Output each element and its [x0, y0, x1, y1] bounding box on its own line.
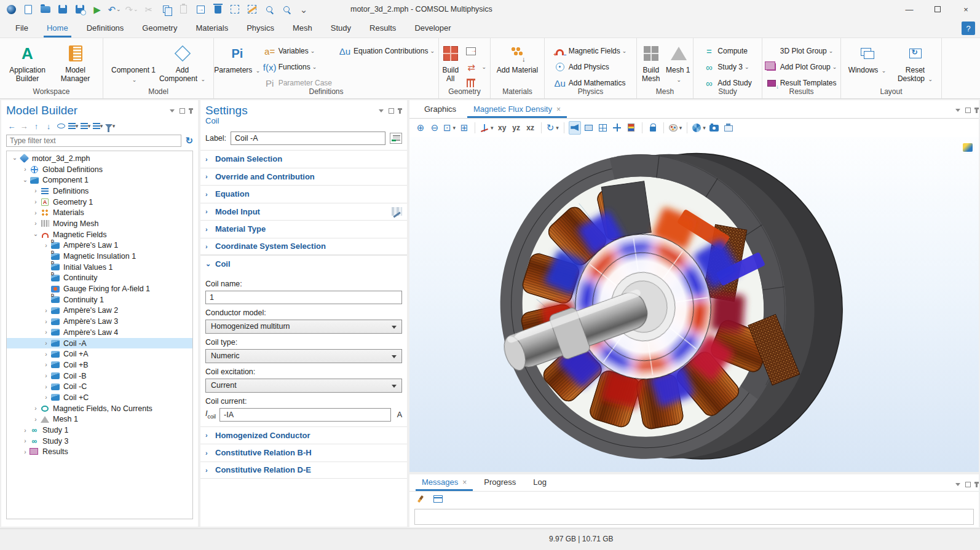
zoom-box-icon-button[interactable]: ⊡▾	[443, 121, 456, 135]
filter-icon-button[interactable]: ▾	[105, 120, 116, 132]
coil-current-input[interactable]	[219, 408, 391, 422]
tree-item-study-3[interactable]: ›∞Study 3	[7, 436, 192, 447]
tree-toggle-icon[interactable]: ⌄	[31, 230, 40, 237]
ribbon-button-insert-sequence-icon[interactable]	[462, 43, 490, 59]
pin-icon[interactable]	[190, 108, 192, 114]
tree-item-amp-re-s-law-3[interactable]: ›Ampère's Law 3	[7, 316, 192, 327]
environment-icon-button[interactable]: ▾	[692, 121, 706, 135]
panel-menu-chevron-icon[interactable]	[955, 483, 960, 486]
section-domain-selection[interactable]: ›Domain Selection	[200, 150, 407, 168]
ribbon-button-add-material[interactable]: Add Material	[494, 42, 542, 74]
ribbon-button-add-physics[interactable]: Add Physics	[551, 59, 631, 75]
tree-toggle-icon[interactable]: ›	[42, 351, 50, 358]
run-icon-button[interactable]: ▶	[90, 2, 105, 17]
tree-item-definitions[interactable]: ›Definitions	[7, 186, 192, 197]
find-icon-button[interactable]	[262, 2, 277, 17]
menu-tab-results[interactable]: Results	[360, 18, 405, 37]
tree-toggle-icon[interactable]: ›	[42, 318, 50, 325]
lock-view-icon-button[interactable]	[647, 121, 659, 135]
tree-toggle-icon[interactable]: ›	[21, 438, 30, 444]
tree-toggle-icon[interactable]: ›	[31, 405, 40, 412]
undo-icon-button[interactable]: ↶⌄	[107, 2, 122, 17]
ribbon-button-variables[interactable]: a=Variables⌄	[261, 43, 336, 59]
ribbon-button-equation-contributions[interactable]: ΔuEquation Contributions⌄	[336, 43, 438, 59]
tree-toggle-icon[interactable]: ›	[21, 449, 30, 455]
ribbon-button-study-3[interactable]: ∞Study 3⌄	[700, 59, 755, 75]
tree-item-results[interactable]: ›Results	[7, 447, 192, 458]
menu-tab-file[interactable]: File	[6, 18, 38, 37]
close-icon[interactable]: ×	[462, 478, 467, 487]
conductor-model-select[interactable]: Homogenized multiturn	[205, 320, 402, 334]
float-icon[interactable]	[180, 108, 185, 114]
coil-type-select[interactable]: Numeric	[205, 349, 402, 363]
ribbon-button-add-plot-group[interactable]: Add Plot Group⌄	[762, 59, 841, 75]
open-icon-button[interactable]	[38, 2, 53, 17]
view-xy-icon-button[interactable]: xy	[496, 121, 508, 135]
label-input[interactable]	[231, 132, 385, 145]
minimize-button[interactable]: —	[895, 0, 923, 18]
refresh-icon[interactable]: ↻	[185, 135, 193, 146]
tree-item-continuity[interactable]: Continuity	[7, 273, 192, 284]
tree-item-moving-mesh[interactable]: ›Moving Mesh	[7, 218, 192, 229]
collapse-icon-button[interactable]: ▾	[80, 120, 91, 132]
maximize-button[interactable]	[923, 0, 952, 18]
ribbon-button-3d-plot-group[interactable]: 3D Plot Group⌄	[762, 43, 841, 59]
tree-toggle-icon[interactable]: ›	[31, 416, 40, 423]
graphics-tab-magnetic-flux-density[interactable]: Magnetic Flux Density×	[465, 104, 569, 118]
go-to-view-icon-button[interactable]: ▾	[480, 121, 494, 135]
clear-selection-icon-button[interactable]	[245, 2, 259, 17]
save-icon-button[interactable]	[55, 2, 70, 17]
select-box-icon-button[interactable]	[227, 2, 242, 17]
menu-tab-physics[interactable]: Physics	[237, 18, 283, 37]
tree-item-magnetic-fields-no-currents[interactable]: ›Magnetic Fields, No Currents	[7, 403, 192, 414]
ribbon-button-model-manager[interactable]: Model Manager	[52, 42, 100, 83]
close-icon[interactable]: ×	[556, 105, 561, 114]
tree-item-coil-c[interactable]: ›Coil +C	[7, 392, 192, 403]
ribbon-button-build-mesh[interactable]: Build Mesh	[637, 42, 665, 83]
ribbon-button-functions[interactable]: f(x)Functions⌄	[261, 59, 336, 75]
tree-toggle-icon[interactable]: ›	[21, 427, 30, 434]
tree-item-mesh-1[interactable]: ›Mesh 1	[7, 414, 192, 425]
tree-filter-input[interactable]	[6, 135, 181, 147]
tree-toggle-icon[interactable]: ⌄	[21, 176, 30, 183]
node-sections-icon-button[interactable]: ▾	[92, 120, 103, 132]
tree-toggle-icon[interactable]: ›	[42, 242, 50, 249]
tree-item-coil-b[interactable]: ›Coil +B	[7, 359, 192, 371]
menu-tab-developer[interactable]: Developer	[405, 18, 460, 37]
tree-item-motor-3d-2-mph[interactable]: ⌄motor_3d_2.mph	[7, 153, 192, 164]
tree-toggle-icon[interactable]: ›	[31, 210, 40, 216]
tree-item-amp-re-s-law-4[interactable]: ›Ampère's Law 4	[7, 327, 192, 338]
tree-toggle-icon[interactable]: ›	[31, 187, 40, 194]
transparency-icon-button[interactable]	[583, 121, 595, 135]
help-button[interactable]: ?	[962, 22, 975, 35]
color-legend-icon-button[interactable]	[625, 121, 638, 135]
redo-icon-button[interactable]: ↷⌄	[124, 2, 139, 17]
tree-item-coil-b[interactable]: ›Coil -B	[7, 371, 192, 382]
table-message-icon-button[interactable]	[432, 492, 444, 506]
tree-toggle-icon[interactable]: ›	[42, 307, 50, 314]
ribbon-button-compute[interactable]: =Compute	[700, 43, 755, 59]
ribbon-button-application-builder[interactable]: AApplication Builder	[4, 42, 52, 83]
tree-toggle-icon[interactable]: ›	[31, 220, 40, 227]
float-icon[interactable]	[965, 108, 971, 113]
section-homogenized-conductor[interactable]: ›Homogenized Conductor	[200, 426, 407, 444]
view-xz-icon-button[interactable]: xz	[524, 121, 537, 135]
tree-toggle-icon[interactable]: ⌄	[10, 154, 19, 161]
section-model-input[interactable]: ›Model Input	[200, 203, 407, 221]
copy-icon-button[interactable]	[159, 2, 173, 17]
tree-toggle-icon[interactable]: ›	[42, 340, 50, 347]
menu-tab-materials[interactable]: Materials	[186, 18, 237, 37]
save-as-icon-button[interactable]	[73, 2, 87, 17]
ribbon-button-parameters[interactable]: PiParameters ⌄	[214, 42, 261, 75]
tree-toggle-icon[interactable]: ›	[42, 383, 50, 390]
panel-menu-chevron-icon[interactable]	[170, 109, 175, 112]
rename-icon[interactable]	[390, 133, 402, 144]
tree-item-materials[interactable]: ›Materials	[7, 207, 192, 218]
coil-excitation-select[interactable]: Current	[205, 379, 402, 393]
float-icon[interactable]	[965, 482, 971, 487]
expand-icon-button[interactable]: ▾	[68, 120, 79, 132]
clear-messages-icon-button[interactable]	[414, 492, 427, 506]
menu-tab-geometry[interactable]: Geometry	[133, 18, 186, 37]
tree-item-magnetic-insulation-1[interactable]: Magnetic Insulation 1	[7, 251, 192, 262]
tree-item-continuity-1[interactable]: Continuity 1	[7, 294, 192, 305]
